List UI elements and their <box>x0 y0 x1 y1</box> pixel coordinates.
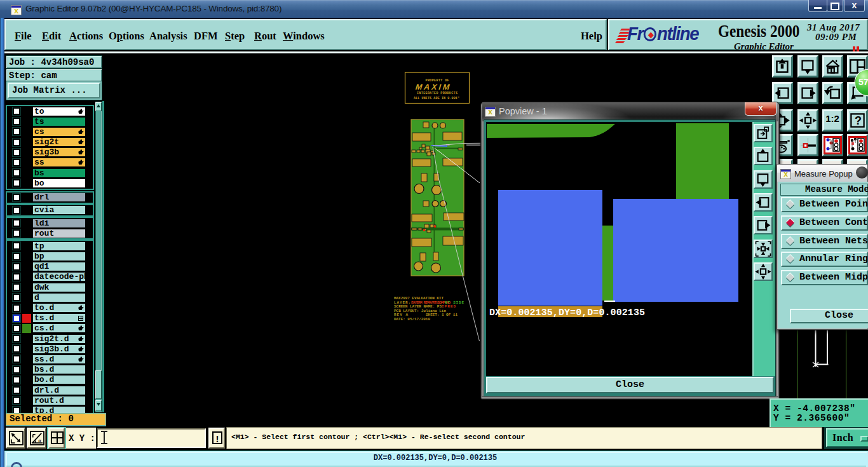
svg-text:α: α <box>38 438 41 443</box>
svg-text:DX=0.002135,DY=0,D=0.002135: DX=0.002135,DY=0,D=0.002135 <box>489 308 645 318</box>
svg-text:DATE: 05/17/2010: DATE: 05/17/2010 <box>394 317 430 321</box>
svg-text:SHEET: 1 OF 11: SHEET: 1 OF 11 <box>426 313 458 317</box>
svg-text:?: ? <box>855 114 862 127</box>
svg-text:MAX2887 EVALUATION KIT: MAX2887 EVALUATION KIT <box>394 296 444 301</box>
svg-text:ALL UNITS ARE IN 0.001": ALL UNITS ARE IN 0.001" <box>414 97 459 100</box>
svg-text:PROPERTY OF: PROPERTY OF <box>426 79 449 83</box>
svg-text:IPRBD: IPRBD <box>442 304 456 309</box>
svg-text:INTEGRATED PRODUCTS: INTEGRATED PRODUCTS <box>417 91 458 95</box>
svg-text:MAXIM: MAXIM <box>415 83 452 91</box>
